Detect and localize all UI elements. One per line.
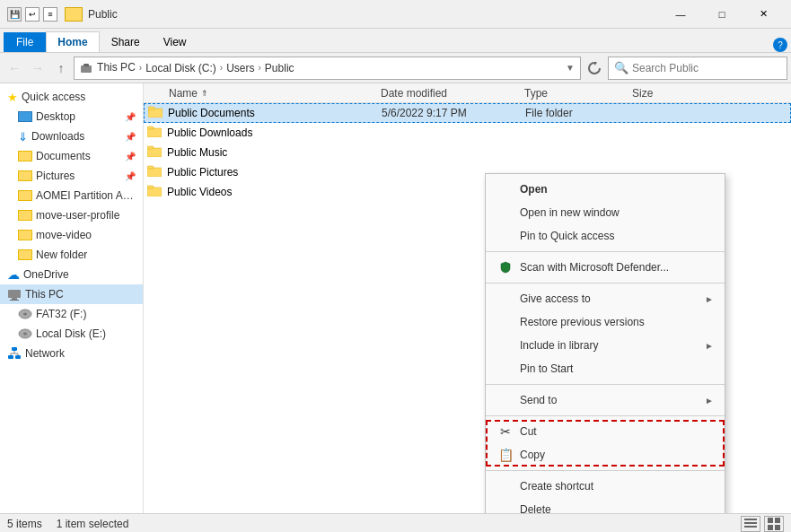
up-button[interactable]: ↑ [50,57,72,79]
svg-point-6 [23,313,27,316]
sidebar-onedrive-label: OneDrive [23,268,69,281]
addressbar: ← → ↑ This PC › Local Disk (C:) › Users … [0,53,791,83]
ctx-sep-2 [486,283,725,283]
sort-arrow: ⇑ [201,89,208,98]
back-button[interactable]: ← [4,57,25,79]
properties-icon[interactable]: ≡ [43,7,57,22]
tab-view[interactable]: View [152,31,198,52]
ctx-restore[interactable]: Restore previous versions [486,310,725,334]
search-icon: 🔍 [614,61,628,74]
sidebar-localdiske-label: Local Disk (E:) [36,327,106,340]
file-date-1: 5/6/2022 9:17 PM [382,107,525,119]
ctx-send-label: Send to [520,394,557,406]
sidebar-item-pictures[interactable]: Pictures 📌 [0,166,143,186]
search-input[interactable] [632,62,781,74]
ctx-open[interactable]: Open [486,178,725,201]
help-icon[interactable]: ? [773,38,787,52]
ctx-send-to[interactable]: Send to ► [486,388,725,412]
path-sep-2: › [220,63,223,73]
svg-rect-20 [147,148,162,157]
path-users[interactable]: Users [226,62,254,74]
newfolder-icon [18,249,32,260]
minimize-button[interactable]: — [660,0,701,29]
ctx-copy[interactable]: 📋 Copy [486,443,725,467]
sidebar-item-localdiske[interactable]: Local Disk (E:) [0,324,143,344]
sidebar-network-label: Network [25,347,65,360]
sidebar-item-onedrive[interactable]: ☁ OneDrive [0,265,143,284]
ctx-copy-icon: 📋 [497,448,514,462]
ctx-cut-label: Cut [520,425,537,438]
sidebar-aomei-label: AOMEI Partition As... [36,189,136,202]
tab-share[interactable]: Share [100,31,152,52]
col-type-header[interactable]: Type [524,87,632,100]
ctx-create-shortcut[interactable]: Create shortcut [486,475,725,498]
sidebar-item-thispc[interactable]: This PC [0,284,143,304]
network-icon [7,346,22,361]
sidebar-item-desktop[interactable]: Desktop 📌 [0,107,143,126]
sidebar-desktop-label: Desktop [36,110,75,123]
ctx-give-access[interactable]: Give access to ► [486,287,725,310]
sidebar-item-downloads[interactable]: ⇓ Downloads 📌 [0,126,143,146]
sidebar-downloads-label: Downloads [31,130,84,143]
close-button[interactable]: ✕ [743,0,784,29]
address-path[interactable]: This PC › Local Disk (C:) › Users › Publ… [74,57,581,80]
forward-button[interactable]: → [27,57,48,79]
ctx-cut[interactable]: ✂ Cut [486,420,725,443]
svg-rect-17 [148,107,154,109]
sidebar-item-moveprofile[interactable]: move-user-profile [0,205,143,225]
ctx-pin-quickaccess[interactable]: Pin to Quick access [486,224,725,248]
ctx-library-arrow: ► [705,341,714,351]
ctx-include-library[interactable]: Include in library ► [486,334,725,357]
undo-icon[interactable]: ↩ [25,7,40,22]
path-localdisk[interactable]: Local Disk (C:) [145,62,216,74]
path-public[interactable]: Public [265,62,294,74]
ctx-give-access-arrow: ► [705,294,714,304]
sidebar-item-fat32[interactable]: FAT32 (F:) [0,304,143,324]
col-name-label: Name [169,87,198,100]
ctx-sep-4 [486,415,725,416]
ctx-sep-3 [486,384,725,385]
titlebar: 💾 ↩ ≡ Public — □ ✕ [0,0,791,29]
ctx-defender[interactable]: Scan with Microsoft Defender... [486,256,725,279]
ctx-give-access-label: Give access to [520,292,591,305]
largeicons-view-button[interactable] [764,516,784,532]
fat32-drive-icon [18,307,32,321]
save-icon[interactable]: 💾 [7,7,22,22]
sidebar-item-newfolder[interactable]: New folder [0,245,143,265]
table-row[interactable]: Public Downloads [144,123,791,143]
ctx-pin-start[interactable]: Pin to Start [486,357,725,380]
ribbon: File Home Share View ? [0,29,791,53]
col-date-header[interactable]: Date modified [381,87,524,100]
sidebar-item-aomei[interactable]: AOMEI Partition As... [0,186,143,205]
svg-rect-18 [147,128,162,137]
path-thispc[interactable]: This PC [80,61,136,74]
sidebar-item-network[interactable]: Network [0,344,143,363]
pictures-icon [18,170,32,181]
details-view-button[interactable] [741,516,760,532]
svg-rect-30 [775,518,780,523]
ctx-delete-label: Delete [520,503,551,513]
folder-file-icon [148,106,163,120]
table-row[interactable]: Public Music [144,143,791,162]
ctx-open-new-window[interactable]: Open in new window [486,201,725,224]
path-dropdown-icon[interactable]: ▼ [566,63,575,73]
svg-rect-11 [15,355,21,359]
table-row[interactable]: Public Documents 5/6/2022 9:17 PM File f… [144,103,791,123]
sidebar-item-movevideo[interactable]: move-video [0,225,143,245]
col-name-header[interactable]: Name ⇑ [147,87,381,100]
svg-rect-16 [148,109,163,118]
moveprofile-icon [18,210,32,221]
svg-rect-28 [744,526,757,528]
ctx-delete[interactable]: Delete [486,498,725,513]
pin-icon-desktop: 📌 [125,112,136,122]
col-size-header[interactable]: Size [632,87,704,100]
refresh-button[interactable] [583,57,606,80]
tab-home[interactable]: Home [46,31,99,52]
ctx-copy-label: Copy [520,449,545,461]
sidebar-item-documents[interactable]: Documents 📌 [0,146,143,166]
sidebar-quickaccess-header[interactable]: ★ Quick access [0,87,143,107]
maximize-button[interactable]: □ [701,0,743,29]
tab-file[interactable]: File [4,32,46,52]
search-box[interactable]: 🔍 [608,57,787,80]
svg-rect-1 [83,64,89,66]
